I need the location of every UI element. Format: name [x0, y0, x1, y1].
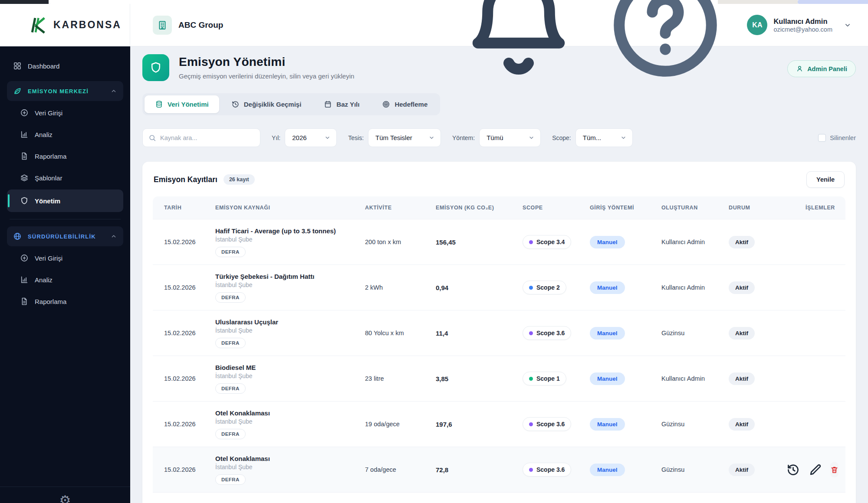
method-badge: Manuel	[590, 418, 625, 431]
sidebar-group-sustainability[interactable]: SÜRDÜRÜLEBİLİRLİK	[7, 226, 123, 246]
row-source: Hafif Ticari - Average (up to 3.5 tonnes…	[206, 227, 355, 257]
row-date: 15.02.2026	[153, 284, 206, 291]
row-status: Aktif	[719, 418, 776, 431]
row-source: Otel Konaklamasıİstanbul ŞubeDEFRA	[206, 455, 355, 485]
method-label: Yöntem:	[452, 134, 475, 141]
brand-name: KARBONSA	[53, 19, 122, 31]
row-activity: 80 Yolcu x km	[355, 330, 426, 336]
row-source-name: Biodiesel ME	[215, 364, 355, 371]
chevron-down-icon	[616, 134, 627, 141]
brand-logo[interactable]: KARBONSA	[0, 4, 130, 46]
facility-select[interactable]: Tüm Tesisler	[368, 128, 441, 147]
browser-edge-dark	[0, 0, 49, 4]
sidebar-item-y-netim[interactable]: Yönetim	[7, 189, 123, 212]
row-status: Aktif	[719, 281, 776, 294]
records-title: Emisyon Kayıtları	[154, 175, 217, 184]
scope-dot-icon	[529, 468, 533, 472]
method-badge: Manuel	[590, 281, 625, 294]
table-row[interactable]: 15.02.2026Türkiye Şebekesi - Dağıtım Hat…	[153, 265, 845, 310]
scope-select[interactable]: Tüm...	[575, 128, 633, 147]
sidebar-item-analiz[interactable]: Analiz	[7, 270, 123, 290]
row-method: Manuel	[580, 281, 652, 294]
shield-icon	[20, 196, 29, 205]
notifications-button[interactable]	[454, 0, 584, 90]
scope-badge: Scope 3.4	[523, 235, 571, 249]
page-content: Emisyon Yönetimi Geçmiş emisyon verileri…	[130, 46, 868, 503]
target-icon	[382, 100, 390, 108]
sidebar: KARBONSA DashboardEMİSYON MERKEZİVeri Gi…	[0, 4, 130, 503]
leaf-icon	[13, 87, 22, 95]
admin-panel-button[interactable]: Admin Paneli	[787, 60, 856, 77]
row-creator: Kullanıcı Admin	[652, 238, 719, 245]
row-status: Aktif	[719, 372, 776, 385]
user-menu[interactable]: KA Kullanıcı Admin ozicmet@yahoo.com	[747, 15, 852, 35]
row-source-name: Otel Konaklaması	[215, 455, 355, 462]
page-title: Emisyon Yönetimi	[179, 55, 354, 69]
row-creator: Güzinsu	[652, 466, 719, 473]
refresh-button[interactable]: Yenile	[806, 171, 845, 188]
tab-label: Veri Yönetimi	[168, 101, 209, 108]
tab-hedefleme[interactable]: Hedefleme	[372, 95, 438, 113]
sidebar-item-veri-giri-i[interactable]: Veri Girişi	[7, 103, 123, 123]
scope-badge: Scope 3.6	[523, 326, 571, 340]
edit-button[interactable]	[808, 463, 822, 477]
scope-label: Scope 3.6	[536, 466, 565, 473]
restore-history-button[interactable]	[786, 463, 800, 477]
row-status: Aktif	[719, 464, 776, 476]
row-source: Uluslararası Uçuşlarİstanbul ŞubeDEFRA	[206, 318, 355, 348]
bar-chart-icon	[20, 275, 29, 284]
sidebar-item-dashboard[interactable]: Dashboard	[7, 56, 123, 76]
sidebar-item-raporlama[interactable]: Raporlama	[7, 146, 123, 166]
row-scope: Scope 2	[513, 281, 580, 294]
sidebar-item-analiz[interactable]: Analiz	[7, 124, 123, 144]
row-scope: Scope 1	[513, 372, 580, 385]
status-badge: Aktif	[729, 372, 755, 385]
column-header: EMİSYON (KG CO₂E)	[426, 205, 513, 211]
year-select[interactable]: 2026	[285, 128, 337, 147]
sidebar-item-raporlama[interactable]: Raporlama	[7, 291, 123, 311]
delete-button[interactable]	[830, 462, 838, 477]
row-activity: 200 ton x km	[355, 238, 426, 245]
scope-label: Scope 3.6	[536, 421, 565, 428]
search-input[interactable]	[160, 134, 254, 141]
row-scope: Scope 3.6	[513, 463, 580, 477]
bar-chart-icon	[20, 130, 29, 139]
shield-icon	[142, 54, 169, 81]
table-row[interactable]: 15.02.2026Otel Konaklamasıİstanbul ŞubeD…	[153, 401, 845, 447]
gear-icon[interactable]: ⚙	[59, 494, 71, 503]
sidebar-item-label: Raporlama	[35, 153, 66, 160]
scope-label: Scope:	[552, 134, 571, 141]
user-name: Kullanıcı Admin	[773, 17, 832, 26]
row-branch: İstanbul Şube	[215, 281, 355, 288]
column-header: GİRİŞ YÖNTEMİ	[580, 205, 652, 211]
tab-veri-y-netimi[interactable]: Veri Yönetimi	[145, 95, 219, 113]
column-header: AKTİVİTE	[355, 205, 426, 211]
history-icon	[786, 463, 800, 477]
sidebar-item--ablonlar[interactable]: Şablonlar	[7, 168, 123, 188]
row-date: 15.02.2026	[153, 421, 206, 428]
company-switcher[interactable]: ABC Group	[153, 16, 223, 35]
status-badge: Aktif	[729, 281, 755, 294]
chevron-down-icon	[524, 134, 535, 141]
avatar: KA	[747, 15, 767, 35]
row-source-name: Uluslararası Uçuşlar	[215, 318, 355, 326]
table-row[interactable]: 15.02.2026Uluslararası Uçuşlarİstanbul Ş…	[153, 310, 845, 356]
deleted-filter-checkbox[interactable]	[818, 134, 826, 142]
method-select[interactable]: Tümü	[479, 128, 541, 147]
tab-de-i-iklik-ge-mi-i[interactable]: Değişiklik Geçmişi	[221, 95, 312, 113]
row-creator: Kullanıcı Admin	[652, 375, 719, 382]
table-row[interactable]: 15.02.2026Hafif Ticari - Average (up to …	[153, 219, 845, 265]
table-row[interactable]: 15.02.2026Otel Konaklamasıİstanbul ŞubeD…	[153, 447, 845, 492]
scope-label: Scope 2	[536, 284, 560, 291]
scope-dot-icon	[529, 331, 533, 335]
sidebar-item-veri-giri-i[interactable]: Veri Girişi	[7, 248, 123, 268]
row-factor-tag: DEFRA	[215, 338, 246, 348]
table-row[interactable]: 15.02.2026Biodiesel MEİstanbul ŞubeDEFRA…	[153, 356, 845, 401]
sidebar-footer: ⚙	[0, 487, 130, 503]
column-header: İŞLEMLER	[776, 205, 845, 211]
tab-baz-y-l-[interactable]: Baz Yılı	[313, 95, 370, 113]
row-source-name: Hafif Ticari - Average (up to 3.5 tonnes…	[215, 227, 355, 235]
tab-bar: Veri YönetimiDeğişiklik GeçmişiBaz YılıH…	[142, 93, 440, 115]
scope-dot-icon	[529, 422, 533, 426]
sidebar-group-emission-center[interactable]: EMİSYON MERKEZİ	[7, 81, 123, 101]
